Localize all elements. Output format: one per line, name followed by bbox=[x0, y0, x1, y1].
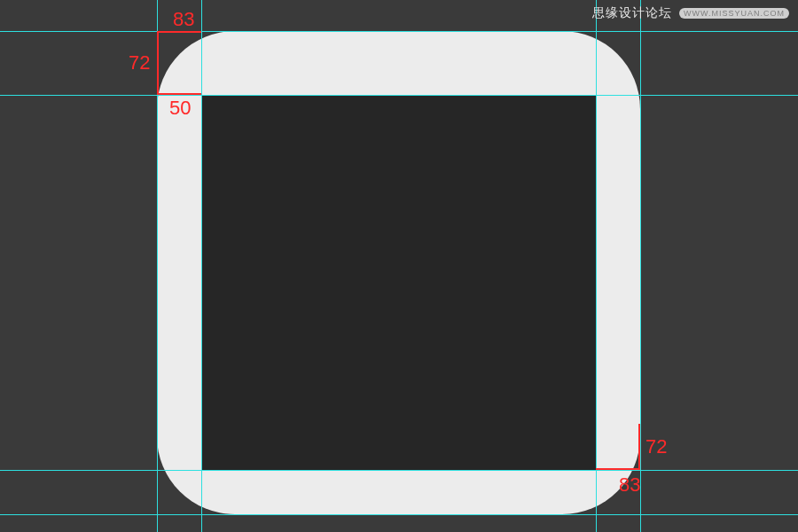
guide-horizontal bbox=[0, 514, 798, 515]
guide-vertical bbox=[640, 0, 641, 532]
measure-label: 72 bbox=[129, 53, 150, 73]
measure-label: 72 bbox=[645, 437, 667, 457]
measure-top-left bbox=[157, 31, 201, 95]
watermark-text: 思缘设计论坛 bbox=[592, 5, 672, 21]
measure-label: 83 bbox=[173, 10, 194, 29]
guide-horizontal bbox=[0, 95, 798, 96]
measure-label: 50 bbox=[169, 98, 191, 118]
inner-rect-layer bbox=[201, 95, 596, 470]
guide-vertical bbox=[201, 0, 202, 532]
guide-horizontal bbox=[0, 31, 798, 32]
guide-horizontal bbox=[0, 470, 798, 471]
measure-bottom-right bbox=[596, 424, 640, 470]
watermark: 思缘设计论坛 WWW.MISSYUAN.COM bbox=[592, 5, 789, 21]
watermark-url: WWW.MISSYUAN.COM bbox=[679, 8, 789, 19]
measure-label: 83 bbox=[619, 475, 640, 495]
design-canvas: 83 72 50 72 83 思缘设计论坛 WWW.MISSYUAN.COM bbox=[0, 0, 798, 532]
